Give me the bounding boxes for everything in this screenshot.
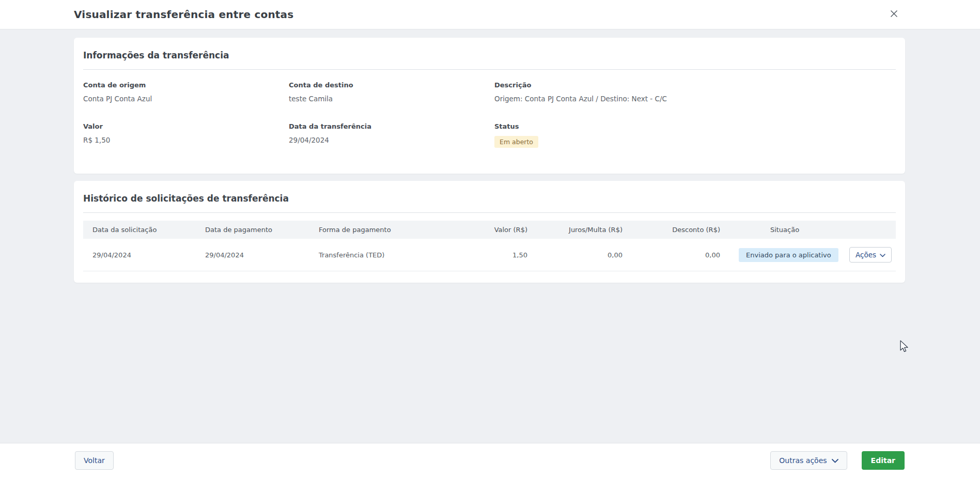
cell-desconto: 0,00 — [632, 239, 729, 271]
cell-data-solicitacao: 29/04/2024 — [83, 239, 196, 271]
column-header-situacao: Situação — [729, 221, 840, 239]
field-value: R$ 1,50 — [83, 136, 289, 144]
outras-acoes-button-label: Outras ações — [779, 456, 827, 465]
cell-data-pagamento: 29/04/2024 — [196, 239, 309, 271]
table-row: 29/04/2024 29/04/2024 Transferência (TED… — [83, 239, 896, 271]
field-value: 29/04/2024 — [289, 136, 494, 144]
divider — [83, 212, 896, 213]
modal-body: Informações da transferência Conta de or… — [0, 29, 980, 283]
transfer-info-card: Informações da transferência Conta de or… — [74, 38, 905, 174]
column-header-forma-pagamento: Forma de pagamento — [309, 221, 433, 239]
chevron-down-icon — [880, 251, 885, 259]
field-value: Origem: Conta PJ Conta Azul / Destino: N… — [494, 95, 896, 103]
field-value: teste Camila — [289, 95, 494, 103]
field-label: Descrição — [494, 81, 896, 89]
modal-header: Visualizar transferência entre contas — [0, 0, 980, 29]
cell-acoes: Ações — [840, 239, 896, 271]
column-header-data-pagamento: Data de pagamento — [196, 221, 309, 239]
close-icon — [890, 10, 898, 19]
cell-forma-pagamento: Transferência (TED) — [309, 239, 433, 271]
info-card-title: Informações da transferência — [83, 50, 896, 60]
info-fields-grid: Conta de origem Conta PJ Conta Azul Cont… — [83, 81, 896, 148]
status-badge: Em aberto — [494, 136, 538, 148]
editar-button-label: Editar — [871, 456, 895, 465]
field-valor: Valor R$ 1,50 — [83, 122, 289, 148]
field-label: Conta de destino — [289, 81, 494, 89]
outras-acoes-button[interactable]: Outras ações — [770, 451, 847, 470]
field-label: Data da transferência — [289, 122, 494, 130]
column-header-juros-multa: Juros/Multa (R$) — [537, 221, 632, 239]
field-label: Conta de origem — [83, 81, 289, 89]
field-conta-origem: Conta de origem Conta PJ Conta Azul — [83, 81, 289, 103]
transfer-history-card: Histórico de solicitações de transferênc… — [74, 181, 905, 283]
field-label: Valor — [83, 122, 289, 130]
field-descricao: Descrição Origem: Conta PJ Conta Azul / … — [494, 81, 896, 103]
footer-actions: Outras ações Editar — [770, 451, 905, 470]
page-title: Visualizar transferência entre contas — [74, 8, 293, 21]
voltar-button[interactable]: Voltar — [75, 451, 114, 470]
mouse-cursor — [899, 340, 910, 356]
column-header-desconto: Desconto (R$) — [632, 221, 729, 239]
editar-button[interactable]: Editar — [862, 451, 905, 470]
field-status: Status Em aberto — [494, 122, 896, 148]
history-card-title: Histórico de solicitações de transferênc… — [83, 193, 896, 204]
cell-juros-multa: 0,00 — [537, 239, 632, 271]
voltar-button-label: Voltar — [84, 456, 105, 465]
acoes-button[interactable]: Ações — [849, 247, 892, 263]
divider — [83, 69, 896, 70]
chevron-down-icon — [832, 456, 838, 465]
modal-footer: Voltar Outras ações Editar — [0, 443, 980, 477]
column-header-data-solicitacao: Data da solicitação — [83, 221, 196, 239]
cell-valor: 1,50 — [433, 239, 537, 271]
field-value: Conta PJ Conta Azul — [83, 95, 289, 103]
table-header-row: Data da solicitação Data de pagamento Fo… — [83, 221, 896, 239]
field-label: Status — [494, 122, 896, 130]
close-button[interactable] — [886, 7, 901, 22]
field-conta-destino: Conta de destino teste Camila — [289, 81, 494, 103]
history-table: Data da solicitação Data de pagamento Fo… — [83, 221, 896, 271]
acoes-button-label: Ações — [855, 251, 876, 259]
column-header-acoes — [840, 221, 896, 239]
field-data-transferencia: Data da transferência 29/04/2024 — [289, 122, 494, 148]
situacao-badge: Enviado para o aplicativo — [739, 248, 838, 262]
cell-situacao: Enviado para o aplicativo — [729, 239, 840, 271]
column-header-valor: Valor (R$) — [433, 221, 537, 239]
